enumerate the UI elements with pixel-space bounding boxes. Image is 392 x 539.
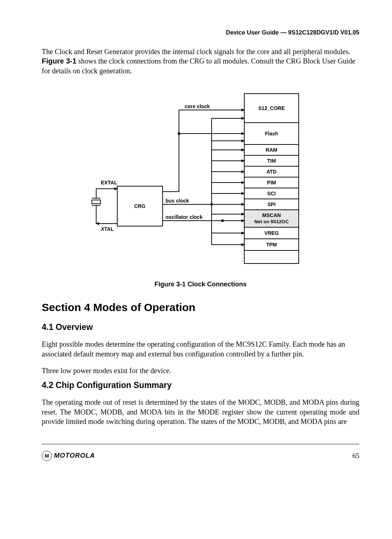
intro-sentence1: The Clock and Reset Generator provides t…	[42, 48, 350, 56]
footer-rule	[42, 444, 359, 444]
osc-clock-label: oscillator clock	[166, 214, 203, 220]
section-4-1-heading: 4.1 Overview	[42, 322, 359, 332]
ram-label: RAM	[266, 147, 277, 153]
tim-label: TIM	[267, 158, 275, 164]
sci-label: SCI	[267, 191, 275, 196]
clock-connections-diagram: S12_CORE Flash RAM TIM ATD PIM SCI SPI M…	[42, 90, 359, 271]
motorola-logo: M MOTOROLA	[42, 451, 95, 461]
flash-label: Flash	[265, 131, 278, 136]
crystal-body	[92, 200, 101, 204]
motorola-logo-icon: M	[42, 451, 52, 461]
intro-sentence2-rest: shows the clock connections from the CRG…	[42, 57, 355, 74]
bus-clock-label: bus clock	[166, 198, 189, 204]
page: Device User Guide — 9S12C128DGV1/D V01.0…	[0, 0, 392, 475]
section-4-2-p1: The operating mode out of reset is deter…	[42, 397, 359, 426]
xtal-label: XTAL	[101, 226, 114, 232]
logo-m-letter: M	[45, 453, 49, 459]
extal-label: EXTAL	[101, 180, 117, 185]
intro-paragraph: The Clock and Reset Generator provides t…	[42, 47, 359, 75]
mscan-note-label: Not on 9S12GC	[254, 219, 289, 224]
section-4-heading: Section 4 Modes of Operation	[42, 301, 359, 314]
page-footer: M MOTOROLA 65	[42, 451, 359, 461]
doc-title: Device User Guide — 9S12C128DGV1/D V01.0…	[226, 29, 359, 36]
figure-reference: Figure 3-1	[42, 57, 77, 65]
motorola-logo-text: MOTOROLA	[54, 452, 95, 460]
atd-label: ATD	[266, 169, 277, 175]
figure-caption: Figure 3-1 Clock Connections	[42, 281, 359, 288]
tpm-label: TPM	[266, 242, 277, 248]
vreg-label: VREG	[264, 230, 279, 236]
core-clock-label: core clock	[184, 103, 209, 109]
diagram-svg: S12_CORE Flash RAM TIM ATD PIM SCI SPI M…	[88, 90, 313, 271]
section-4-1-p1: Eight possible modes determine the opera…	[42, 339, 359, 359]
s12-core-label: S12_CORE	[258, 105, 285, 111]
page-number: 65	[352, 452, 359, 460]
spi-label: SPI	[267, 201, 275, 207]
pim-label: PIM	[267, 180, 276, 185]
mscan-label: MSCAN	[262, 212, 281, 218]
core-clock-line	[163, 110, 244, 192]
crg-label: CRG	[134, 203, 145, 209]
module-stack-outline	[244, 94, 299, 264]
section-4-1-p2: Three low power modes exist for the devi…	[42, 366, 359, 375]
section-4-2-heading: 4.2 Chip Configuration Summary	[42, 380, 359, 390]
running-header: Device User Guide — 9S12C128DGV1/D V01.0…	[42, 29, 359, 36]
